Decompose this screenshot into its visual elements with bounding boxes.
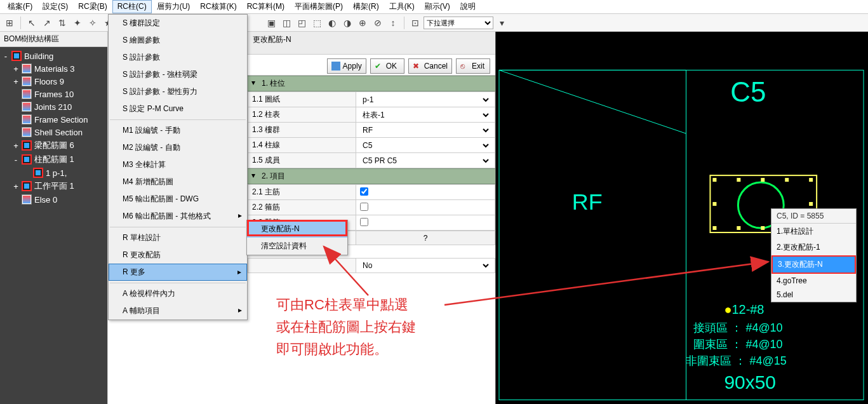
annotation-text: 可由RC柱表單中點選 或在柱配筋圖上按右鍵 即可開啟此功能。 [276,293,416,361]
svg-line-24 [324,246,368,295]
svg-line-25 [444,262,768,305]
